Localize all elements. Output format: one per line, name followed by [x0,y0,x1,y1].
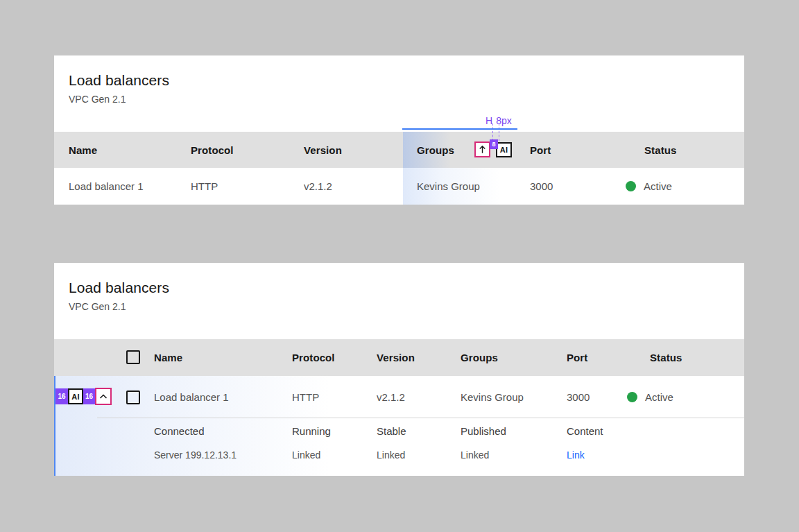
status-label: Active [645,391,673,403]
column-header-protocol[interactable]: Protocol [191,132,234,168]
page-subtitle: VPC Gen 2.1 [69,301,126,312]
load-balancers-card-collapsed: Load balancers VPC Gen 2.1 Name Protocol… [54,55,744,205]
column-header-version[interactable]: Version [377,339,415,376]
margin-16px-badge: 16 [83,388,95,404]
page-title: Load balancers [69,72,169,89]
page-subtitle: VPC Gen 2.1 [69,94,126,105]
cell-protocol: HTTP [292,376,319,418]
load-balancers-card-expanded: Load balancers VPC Gen 2.1 Name Protocol… [54,263,744,476]
cell-status: Active [627,376,673,418]
cell-port: 3000 [567,376,590,418]
design-spec-canvas: Load balancers VPC Gen 2.1 Name Protocol… [0,0,799,532]
column-header-name[interactable]: Name [154,339,182,376]
detail-label: Content [567,425,603,437]
detail-value: Linked [292,449,320,461]
table-header-row: Name Protocol Version Groups Port Status [54,339,744,376]
arrow-up-icon [477,144,488,155]
gap-8px-badge: 8 [490,139,498,149]
column-header-name[interactable]: Name [69,132,97,168]
detail-label: Published [461,425,506,437]
table-row-expanded-parent: Load balancer 1 HTTP v2.1.2 Kevins Group… [54,376,744,418]
cell-name: Load balancer 1 [69,168,144,205]
measure-dashed-line [492,123,493,141]
measure-h-glyph: H [486,115,492,126]
ai-label[interactable]: AI [496,142,512,157]
column-highlight-line [402,128,517,130]
status-label: Active [644,180,672,192]
table-header-row: Name Protocol Version Groups Port Status… [54,132,744,168]
sort-column-button[interactable] [474,141,490,157]
status-dot-active [627,392,637,402]
cell-groups: Kevins Group [461,376,524,418]
chevron-up-icon [98,391,109,402]
detail-link[interactable]: Link [567,449,585,461]
cell-version: v2.1.2 [377,376,405,418]
column-header-protocol[interactable]: Protocol [292,339,335,376]
cell-groups: Kevins Group [417,168,480,205]
row-checkbox[interactable] [126,391,140,404]
detail-label: Connected [154,425,205,437]
cell-protocol: HTTP [191,168,218,205]
page-title: Load balancers [69,280,169,296]
column-header-port[interactable]: Port [567,339,587,376]
detail-value: Linked [461,449,489,461]
column-header-groups[interactable]: Groups [461,339,498,376]
measure-dashed-line [499,123,499,141]
select-all-checkbox[interactable] [126,350,140,364]
collapse-row-button[interactable] [95,388,112,405]
column-header-status[interactable]: Status [644,132,676,168]
margin-16px-badge: 16 [55,388,68,404]
detail-value: Linked [377,449,405,461]
column-header-groups[interactable]: Groups [417,132,454,168]
table-row: Load balancer 1 HTTP v2.1.2 Kevins Group… [54,168,744,205]
detail-value: Server 199.12.13.1 [154,449,237,461]
detail-label: Running [292,425,331,437]
cell-version: v2.1.2 [304,168,332,205]
ai-label[interactable]: AI [68,388,83,404]
detail-label: Stable [377,425,406,437]
expanded-row-divider [97,418,744,418]
cell-name: Load balancer 1 [154,376,229,418]
cell-status: Active [626,168,672,205]
column-header-version[interactable]: Version [304,132,342,168]
column-header-status[interactable]: Status [650,339,682,376]
cell-port: 3000 [530,168,553,205]
column-header-port[interactable]: Port [530,132,551,168]
status-dot-active [626,181,636,191]
